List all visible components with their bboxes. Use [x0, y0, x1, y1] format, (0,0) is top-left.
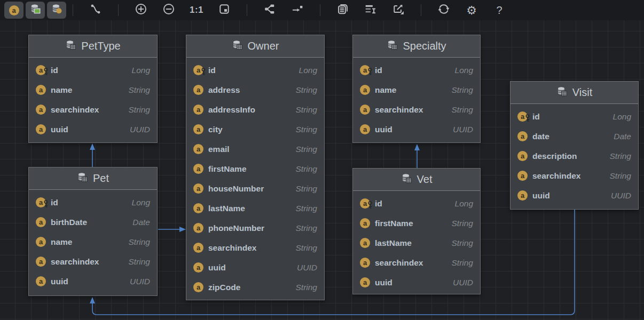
column-row[interactable]: auuidUUID — [29, 271, 157, 291]
column-row[interactable]: auuidUUID — [29, 119, 157, 139]
column-row[interactable]: asearchindexString — [511, 166, 638, 186]
diagram-canvas[interactable]: PetType aidLonganameStringasearchindexSt… — [0, 20, 644, 320]
route-edges-button[interactable] — [288, 2, 307, 19]
column-row[interactable]: asearchindexString — [186, 238, 324, 258]
column-name: id — [375, 66, 382, 75]
attribute-icon: a — [360, 198, 370, 209]
column-row[interactable]: afirstNameString — [186, 159, 324, 179]
refresh-button[interactable] — [434, 2, 453, 19]
column-row[interactable]: auuidUUID — [353, 119, 480, 139]
column-row[interactable]: aidLong — [29, 193, 157, 212]
column-row[interactable]: anameString — [29, 80, 157, 100]
column-row[interactable]: asearchindexString — [29, 252, 157, 271]
entity-table-vet[interactable]: Vet aidLongafirstNameStringalastNameStri… — [352, 168, 481, 294]
column-type: String — [289, 105, 318, 115]
settings-button[interactable]: ⚙ — [462, 2, 481, 19]
column-row[interactable]: aidLong — [353, 60, 480, 80]
column-name: zipCode — [208, 283, 240, 292]
column-row[interactable]: aidLong — [186, 60, 324, 80]
attribute-icon: a — [36, 85, 46, 95]
column-row[interactable]: asearchindexString — [353, 253, 480, 273]
table-header[interactable]: Vet — [353, 169, 480, 191]
column-type: Long — [125, 198, 150, 207]
column-type: String — [289, 125, 318, 134]
copy-diagram-button[interactable] — [333, 2, 352, 19]
column-type: String — [445, 238, 474, 248]
attribute-icon: a — [36, 105, 46, 115]
column-name: email — [208, 145, 230, 154]
entity-table-visit[interactable]: Visit aidLongadateDateadescriptionString… — [510, 81, 639, 210]
column-list: aidLonganameStringasearchindexStringauui… — [29, 58, 157, 139]
column-type: String — [289, 164, 318, 174]
column-row[interactable]: auuidUUID — [186, 258, 324, 277]
layout-hierarchic-button[interactable] — [260, 2, 279, 19]
export-diagram-button[interactable] — [389, 2, 408, 19]
primary-key-icon — [367, 201, 373, 209]
zoom-in-button[interactable] — [131, 2, 151, 19]
column-row[interactable]: asearchindexString — [353, 100, 480, 119]
column-row[interactable]: aidLong — [29, 60, 157, 80]
column-type: String — [445, 258, 474, 268]
toggle-attributes-button[interactable]: a — [4, 2, 23, 19]
column-row[interactable]: afirstNameString — [353, 213, 480, 233]
column-row[interactable]: adateDate — [511, 126, 638, 146]
attribute-icon: a — [517, 171, 528, 181]
column-row[interactable]: aidLong — [353, 194, 480, 213]
column-row[interactable]: aemailString — [186, 139, 324, 159]
column-name: searchindex — [51, 257, 99, 267]
column-row[interactable]: auuidUUID — [511, 186, 638, 205]
column-row[interactable]: aidLong — [511, 107, 638, 126]
column-name: addressInfo — [208, 105, 255, 115]
show-key-columns-button[interactable] — [26, 2, 45, 19]
column-row[interactable]: adescriptionString — [511, 146, 638, 166]
help-button[interactable]: ? — [490, 2, 509, 19]
edge-style-button[interactable] — [86, 2, 105, 19]
attribute-icon: a — [360, 218, 370, 228]
entity-table-pettype[interactable]: PetType aidLonganameStringasearchindexSt… — [28, 35, 158, 143]
column-row[interactable]: anameString — [29, 232, 157, 252]
actual-size-button[interactable] — [215, 2, 234, 19]
table-header[interactable]: Owner — [186, 35, 324, 58]
entity-table-specialty[interactable]: Specialty aidLonganameStringasearchindex… — [352, 35, 481, 143]
column-row[interactable]: asearchindexString — [29, 100, 157, 119]
column-row[interactable]: aaddressString — [186, 80, 324, 100]
column-name: searchindex — [375, 258, 423, 268]
column-name: firstName — [375, 219, 413, 228]
attribute-icon: a — [36, 197, 46, 207]
column-row[interactable]: aaddressInfoString — [186, 100, 324, 119]
column-type: String — [289, 85, 318, 95]
entity-table-pet[interactable]: Pet aidLongabirthDateDateanameStringasea… — [28, 167, 158, 296]
show-all-columns-button[interactable] — [47, 2, 66, 19]
column-type: String — [289, 283, 318, 292]
column-row[interactable]: anameString — [353, 80, 480, 100]
table-header[interactable]: Specialty — [353, 35, 480, 58]
table-header[interactable]: Pet — [29, 167, 157, 190]
column-row[interactable]: acityString — [186, 119, 324, 139]
column-name: id — [51, 66, 58, 75]
diagram-toolbar: a — [0, 0, 644, 20]
attribute-icon: a — [360, 277, 370, 287]
table-header[interactable]: Visit — [511, 82, 638, 104]
list-edit-icon — [365, 3, 376, 18]
column-row[interactable]: abirthDateDate — [29, 212, 157, 232]
entity-table-owner[interactable]: Owner aidLongaaddressStringaaddressInfoS… — [186, 35, 325, 300]
reset-zoom-button[interactable]: 1:1 — [187, 2, 206, 19]
attribute-icon: a — [360, 85, 370, 95]
column-row[interactable]: azipCodeString — [186, 277, 324, 297]
table-title: Vet — [417, 173, 433, 186]
column-row[interactable]: alastNameString — [353, 233, 480, 253]
edit-properties-button[interactable] — [361, 2, 380, 19]
toolbar-separator — [118, 4, 119, 16]
zoom-out-button[interactable] — [159, 2, 178, 19]
column-row[interactable]: alastNameString — [186, 198, 324, 218]
hierarchic-layout-icon — [264, 3, 276, 18]
column-name: phoneNumber — [208, 223, 264, 233]
attribute-icon: a — [36, 257, 46, 267]
column-type: String — [445, 219, 474, 228]
column-row[interactable]: auuidUUID — [353, 273, 480, 292]
attribute-icon: a — [360, 105, 370, 115]
column-row[interactable]: aphoneNumberString — [186, 218, 324, 238]
column-row[interactable]: ahouseNumberString — [186, 179, 324, 198]
column-type: String — [122, 257, 151, 267]
table-header[interactable]: PetType — [29, 35, 157, 58]
